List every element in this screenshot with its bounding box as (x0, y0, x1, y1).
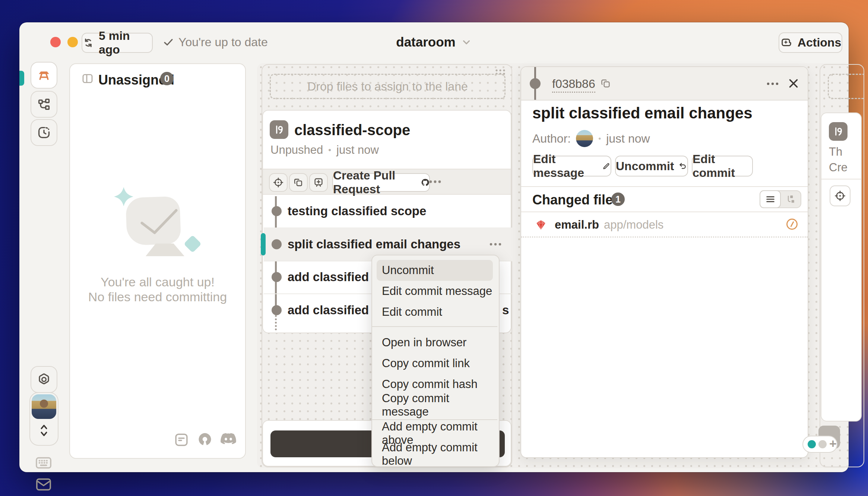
tree-icon (786, 194, 796, 204)
pager-dot[interactable] (818, 440, 827, 448)
open-source-button[interactable] (197, 431, 213, 448)
branch-updated: just now (336, 143, 379, 157)
unassigned-panel: Unassigned 0 You're all caught up! No fi… (69, 63, 246, 459)
ruby-file-icon (535, 219, 547, 231)
workbench-icon (37, 68, 51, 83)
add-branch-icon (313, 177, 324, 188)
commit-message-tail: s (502, 303, 509, 317)
actions-button[interactable]: Actions (779, 32, 842, 53)
next-lane-text-2: Cre (829, 161, 848, 174)
author-label: Author: (532, 132, 571, 146)
close-panel-button[interactable] (786, 76, 801, 90)
history-icon (37, 125, 51, 140)
changed-files-count-badge: 1 (611, 193, 625, 206)
sidebar-rail (19, 63, 69, 472)
file-row[interactable]: email.rb app/models (521, 212, 808, 238)
chevron-down-icon (461, 36, 472, 48)
keyboard-shortcuts-button[interactable] (35, 455, 52, 470)
branch-icon (270, 120, 288, 139)
lane-pager: + (802, 436, 837, 453)
copy-icon (293, 177, 304, 188)
commit-dot (272, 239, 282, 249)
release-notes-button[interactable] (174, 432, 189, 448)
active-branch-tab (19, 71, 24, 86)
panel-menu-button[interactable] (764, 80, 781, 88)
commit-title: split classified email changes (532, 104, 753, 122)
branch-menu-button[interactable] (427, 178, 443, 186)
lane-next: Th Cre (820, 64, 864, 467)
panel-footer (70, 430, 245, 452)
empty-state-title: You're all caught up! (70, 275, 245, 289)
pager-dot-active[interactable] (808, 440, 816, 448)
changed-files-label: Changed files (532, 192, 620, 208)
menu-item-open-in-browser[interactable]: Open in browser (377, 332, 493, 353)
edit-message-button[interactable]: Edit message (532, 156, 611, 177)
menu-item-copy-commit-link[interactable]: Copy commit link (377, 353, 493, 374)
sidebar-item-history[interactable] (31, 119, 57, 146)
branch-icon (829, 122, 848, 141)
target-icon (834, 190, 846, 202)
commit-context-menu: Uncommit Edit commit message Edit commit… (371, 255, 500, 467)
feedback-button[interactable] (35, 477, 52, 492)
tree-view-button[interactable] (781, 191, 801, 207)
commit-dot (272, 272, 282, 282)
ellipsis-icon (764, 80, 781, 88)
branch-name[interactable]: classified-scope (294, 122, 410, 139)
file-name: email.rb (555, 218, 599, 232)
ellipsis-icon (487, 240, 504, 248)
empty-state-subtitle: No files need committing (70, 290, 245, 304)
commit-hash-link[interactable]: f038b86 (552, 77, 595, 93)
chevrons-updown-icon (38, 422, 50, 439)
list-view-button[interactable] (760, 190, 781, 208)
menu-item-edit-commit[interactable]: Edit commit (377, 302, 493, 322)
settings-button[interactable] (31, 366, 57, 393)
dropzone-label: Drop files to assign to the lane (307, 80, 468, 93)
duplicate-branch-button[interactable] (289, 173, 308, 192)
edit-commit-button[interactable]: Edit commit (692, 156, 753, 177)
actions-icon (780, 36, 793, 50)
header-commit-dot (530, 78, 541, 89)
menu-item-add-empty-commit-below[interactable]: Add empty commit below (377, 444, 493, 465)
titlebar: 5 min ago You're up to date dataroom Act… (19, 22, 849, 63)
next-branch-card: Th Cre (821, 112, 862, 422)
add-dependent-branch-button[interactable] (309, 173, 328, 192)
copy-hash-button[interactable] (600, 78, 611, 89)
pager-add-lane-button[interactable]: + (829, 439, 837, 448)
commit-time: just now (606, 132, 650, 146)
mail-icon (35, 477, 52, 492)
commit-row[interactable]: testing classified scope (264, 195, 512, 228)
next-lane-dropzone[interactable] (828, 74, 864, 99)
ellipsis-icon (427, 178, 443, 186)
close-icon (786, 76, 801, 90)
set-target-button[interactable] (830, 185, 850, 206)
commit-menu-button[interactable] (487, 240, 504, 248)
menu-item-uncommit[interactable]: Uncommit (377, 260, 493, 281)
menu-item-edit-commit-message[interactable]: Edit commit message (377, 281, 493, 302)
create-pull-request-button[interactable]: Create Pull Request (332, 173, 430, 192)
profile-switcher[interactable] (29, 392, 58, 446)
note-icon (174, 432, 189, 448)
set-target-button[interactable] (269, 173, 288, 192)
edit-commit-label: Edit commit (693, 152, 752, 180)
discord-button[interactable] (220, 433, 237, 446)
branch-meta: Unpushed • just now (270, 143, 379, 157)
commit-message: testing classified scope (288, 204, 426, 218)
workspace-board: Drop files to assign to the lane classif… (257, 63, 849, 468)
meta-dot: • (328, 145, 331, 155)
target-icon (273, 177, 284, 188)
divider (821, 179, 861, 179)
commit-panel-header: f038b86 (521, 67, 808, 101)
uncommit-button[interactable]: Uncommit (615, 156, 688, 177)
menu-item-copy-commit-message[interactable]: Copy commit message (377, 395, 493, 416)
commit-details-panel: f038b86 split classified email changes (520, 66, 808, 458)
sidebar-item-branches[interactable] (31, 91, 57, 118)
copy-icon (600, 78, 611, 89)
sidebar-item-workspace[interactable] (31, 62, 57, 89)
lane-dropzone[interactable]: Drop files to assign to the lane (270, 74, 506, 99)
commit-dot (272, 305, 282, 315)
commit-dot (272, 206, 282, 216)
edit-message-label: Edit message (533, 152, 598, 180)
project-name: dataroom (396, 35, 455, 50)
pencil-icon (602, 161, 611, 171)
project-switcher[interactable]: dataroom (19, 33, 849, 51)
